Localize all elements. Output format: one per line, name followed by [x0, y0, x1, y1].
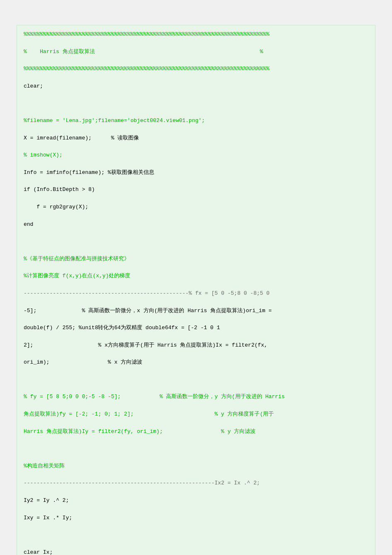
- code-editor[interactable]: %%%%%%%%%%%%%%%%%%%%%%%%%%%%%%%%%%%%%%%%…: [17, 25, 375, 555]
- page-container: %%%%%%%%%%%%%%%%%%%%%%%%%%%%%%%%%%%%%%%%…: [0, 0, 392, 555]
